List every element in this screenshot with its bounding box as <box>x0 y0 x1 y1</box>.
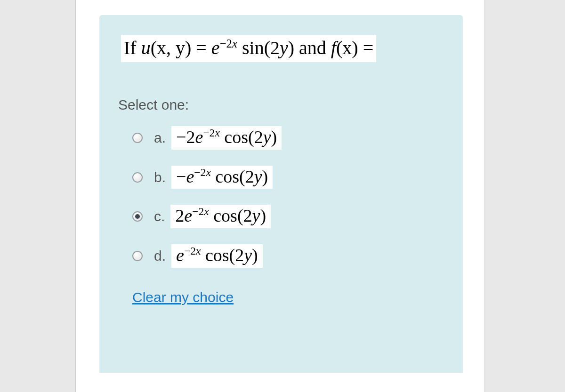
exp: −2x <box>194 166 211 178</box>
e-base: e <box>176 245 184 265</box>
close: ) <box>262 167 268 186</box>
y: y <box>244 245 252 265</box>
option-math: −2e−2x cos(2y) <box>171 126 282 150</box>
coef: 2 <box>175 206 184 225</box>
option-letter: a. <box>154 130 166 146</box>
option-b[interactable]: b. −e−2x cos(2y) <box>132 166 444 189</box>
option-letter: b. <box>154 169 166 185</box>
close: ) <box>252 245 258 265</box>
close: ) <box>271 127 277 147</box>
stem-f-args: (x) = <box>336 37 373 58</box>
e-base: e <box>195 127 203 147</box>
coef: − <box>176 167 186 186</box>
exp: −2x <box>184 245 201 257</box>
option-math: e−2x cos(2y) <box>171 244 263 268</box>
select-one-label: Select one: <box>118 97 444 113</box>
option-d[interactable]: d. e−2x cos(2y) <box>132 244 444 268</box>
clear-my-choice-link[interactable]: Clear my choice <box>132 289 234 305</box>
y: y <box>263 127 271 147</box>
option-a[interactable]: a. −2e−2x cos(2y) <box>132 126 444 150</box>
y: y <box>252 206 260 225</box>
stem-exp: −2x <box>220 37 237 50</box>
option-c[interactable]: c. 2e−2x cos(2y) <box>132 205 444 228</box>
stem-aftersin: ) and <box>288 37 331 58</box>
cos: cos(2 <box>220 127 263 147</box>
question-panel: If u(x, y) = e−2x sin(2y) and f(x) = Sel… <box>99 15 463 373</box>
radio-a[interactable] <box>132 133 143 143</box>
page-card: If u(x, y) = e−2x sin(2y) and f(x) = Sel… <box>75 0 485 392</box>
radio-c[interactable] <box>132 211 143 222</box>
close: ) <box>260 206 266 225</box>
cos: cos(2 <box>211 167 254 186</box>
stem-y: y <box>280 37 288 58</box>
y: y <box>254 167 262 186</box>
radio-b[interactable] <box>132 172 143 183</box>
stem-u-args: (x, y) = <box>151 37 211 58</box>
options-group: a. −2e−2x cos(2y) b. −e−2x cos(2y) c. 2e… <box>132 126 444 268</box>
stem-e: e <box>211 37 220 58</box>
e-base: e <box>184 206 192 225</box>
stem-if: If <box>124 37 141 58</box>
option-math: −e−2x cos(2y) <box>171 166 273 189</box>
option-math: 2e−2x cos(2y) <box>170 205 271 228</box>
option-letter: d. <box>154 248 166 264</box>
option-letter: c. <box>154 208 165 224</box>
question-stem: If u(x, y) = e−2x sin(2y) and f(x) = <box>121 35 376 62</box>
cos: cos(2 <box>209 206 252 225</box>
cos: cos(2 <box>201 245 244 265</box>
e-base: e <box>186 167 194 186</box>
stem-f: f <box>331 37 336 58</box>
coef: −2 <box>176 127 195 147</box>
radio-d[interactable] <box>132 251 143 261</box>
stem-u: u <box>141 37 151 58</box>
stem-sin: sin(2 <box>237 37 280 58</box>
exp: −2x <box>192 206 209 218</box>
exp: −2x <box>203 127 220 139</box>
